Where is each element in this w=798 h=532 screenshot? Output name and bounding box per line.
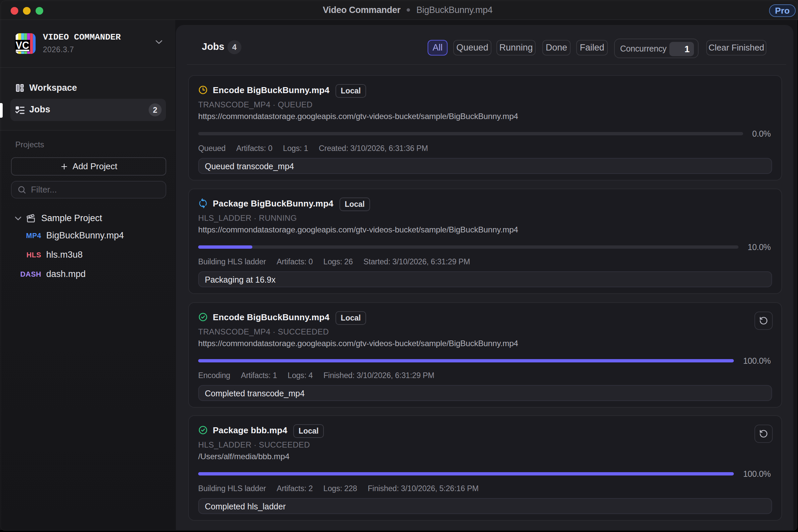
svg-text:VC: VC — [16, 40, 29, 51]
